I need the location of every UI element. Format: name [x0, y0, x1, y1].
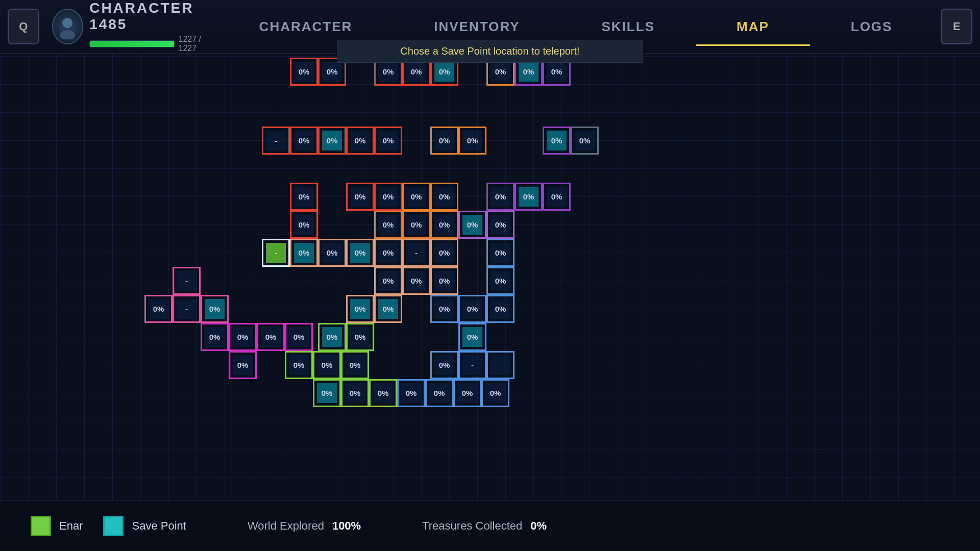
nav-tabs: CHARACTER INVENTORY SKILLS MAP LOGS — [218, 9, 934, 45]
avatar — [52, 9, 84, 44]
character-name: CHARACTER 1485 — [89, 0, 218, 33]
room-r8-2[interactable]: 0% — [257, 323, 285, 351]
room-r2-8[interactable]: 0% — [571, 127, 599, 155]
room-r9-2[interactable]: 0% — [313, 351, 341, 379]
room-r3-6[interactable]: 0% — [486, 183, 514, 211]
room-r5-2[interactable]: 0% — [318, 239, 346, 267]
room-r4-4[interactable]: 0% — [430, 211, 458, 239]
room-r7-3[interactable]: 0% — [346, 295, 374, 323]
room-r2-6[interactable]: 0% — [458, 127, 486, 155]
room-r4-3[interactable]: 0% — [402, 211, 430, 239]
room-r7-5[interactable]: 0% — [430, 295, 458, 323]
room-r9-4[interactable]: 0% — [430, 351, 458, 379]
room-r2-4[interactable]: 0% — [374, 127, 402, 155]
svg-point-1 — [60, 30, 75, 39]
treasures-stat: Treasures Collected 0% — [422, 519, 547, 533]
room-r8-0[interactable]: 0% — [201, 323, 229, 351]
room-r8-1[interactable]: 0% — [229, 323, 257, 351]
room-r1-1[interactable]: 0% — [290, 58, 318, 86]
save-point-label: Save Point — [132, 519, 186, 533]
world-explored-value: 100% — [332, 519, 361, 533]
map-container: 0% 0% 0% 0% 0% 0% 0% 0% - 0% 0% 0% 0% 0%… — [0, 54, 980, 500]
room-r4-1[interactable]: 0% — [290, 211, 318, 239]
room-r3-8[interactable]: 0% — [543, 183, 571, 211]
room-r10-3[interactable]: 0% — [397, 379, 425, 407]
tab-character[interactable]: CHARACTER — [218, 9, 394, 45]
room-r2-7[interactable]: 0% — [543, 127, 571, 155]
room-r9-0[interactable]: 0% — [229, 351, 257, 379]
world-explored-label: World Explored — [248, 519, 324, 533]
room-r3-3[interactable]: 0% — [374, 183, 402, 211]
room-r2-2[interactable]: 0% — [318, 127, 346, 155]
room-r5-3[interactable]: 0% — [346, 239, 374, 267]
legend-save-point: Save Point — [103, 516, 186, 536]
room-r10-6[interactable]: 0% — [481, 379, 509, 407]
room-r10-2[interactable]: 0% — [369, 379, 397, 407]
room-enar[interactable]: - — [262, 239, 290, 267]
room-r5-5[interactable]: - — [402, 239, 430, 267]
room-r8-6[interactable]: 0% — [458, 323, 486, 351]
world-explored-stat: World Explored 100% — [248, 519, 361, 533]
room-r10-5[interactable]: 0% — [453, 379, 481, 407]
room-r3-7[interactable]: 0% — [514, 183, 543, 211]
treasures-value: 0% — [530, 519, 547, 533]
room-r6-4[interactable]: 0% — [486, 267, 514, 295]
enar-label: Enar — [59, 519, 83, 533]
room-r7-1[interactable]: - — [173, 295, 201, 323]
footer: Enar Save Point World Explored 100% Trea… — [0, 500, 980, 551]
tab-skills[interactable]: SKILLS — [561, 9, 696, 45]
room-r6-0[interactable]: - — [173, 267, 201, 295]
room-r3-4[interactable]: 0% — [402, 183, 430, 211]
room-r7-7[interactable]: 0% — [486, 295, 514, 323]
enar-color-box — [31, 516, 51, 536]
tab-map[interactable]: MAP — [696, 9, 810, 45]
room-r6-1[interactable]: 0% — [374, 267, 402, 295]
room-r9-1[interactable]: 0% — [285, 351, 313, 379]
room-r2-3[interactable]: 0% — [346, 127, 374, 155]
svg-point-0 — [62, 18, 72, 28]
room-r9-5[interactable]: - — [458, 351, 486, 379]
room-r2-5[interactable]: 0% — [430, 127, 458, 155]
room-r3-5[interactable]: 0% — [430, 183, 458, 211]
room-r6-3[interactable]: 0% — [430, 267, 458, 295]
tab-logs[interactable]: LOGS — [810, 9, 934, 45]
room-r8-4[interactable]: 0% — [318, 323, 346, 351]
room-r7-0[interactable]: 0% — [144, 295, 173, 323]
q-button[interactable]: Q — [8, 9, 39, 44]
notification-bar: Chose a Save Point location to teleport! — [337, 40, 643, 63]
hp-text: 1227 / 1227 — [179, 35, 218, 53]
room-r6-2[interactable]: 0% — [402, 267, 430, 295]
map-area[interactable]: 0% 0% 0% 0% 0% 0% 0% 0% - 0% 0% 0% 0% 0%… — [0, 54, 980, 500]
room-r5-7[interactable]: 0% — [486, 239, 514, 267]
room-r4-5[interactable]: 0% — [458, 211, 486, 239]
room-r10-4[interactable]: 0% — [425, 379, 453, 407]
room-r3-1[interactable]: 0% — [290, 183, 318, 211]
room-r8-3[interactable]: 0% — [285, 323, 313, 351]
room-r4-6[interactable]: 0% — [486, 211, 514, 239]
room-r10-0[interactable]: 0% — [313, 379, 341, 407]
room-r5-1[interactable]: 0% — [290, 239, 318, 267]
room-r7-6[interactable]: 0% — [458, 295, 486, 323]
room-r9-6[interactable] — [486, 351, 514, 379]
hp-bar — [89, 40, 174, 47]
room-r2-0[interactable]: - — [262, 127, 290, 155]
save-color-box — [103, 516, 124, 536]
room-r10-1[interactable]: 0% — [341, 379, 369, 407]
room-r5-4[interactable]: 0% — [374, 239, 402, 267]
treasures-label: Treasures Collected — [422, 519, 522, 533]
room-r9-3[interactable]: 0% — [341, 351, 369, 379]
room-r7-2[interactable]: 0% — [201, 295, 229, 323]
room-r8-5[interactable]: 0% — [346, 323, 374, 351]
legend-enar: Enar — [31, 516, 83, 536]
room-r5-6[interactable]: 0% — [430, 239, 458, 267]
room-r2-1[interactable]: 0% — [290, 127, 318, 155]
tab-inventory[interactable]: INVENTORY — [393, 9, 560, 45]
room-r3-2[interactable]: 0% — [346, 183, 374, 211]
e-button[interactable]: E — [941, 9, 972, 44]
room-r7-4[interactable]: 0% — [374, 295, 402, 323]
room-r4-2[interactable]: 0% — [374, 211, 402, 239]
